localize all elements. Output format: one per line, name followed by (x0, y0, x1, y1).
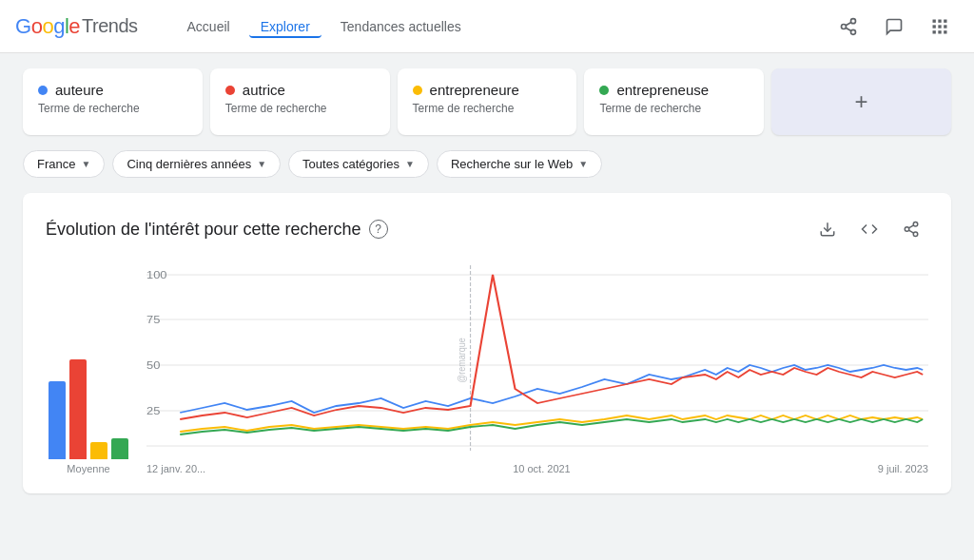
add-icon: + (855, 88, 868, 115)
x-label-end: 9 juil. 2023 (878, 463, 928, 474)
share-button[interactable] (829, 8, 867, 46)
bars (49, 345, 128, 459)
term-name-auteure: auteure (55, 82, 104, 98)
help-icon[interactable]: ? (369, 220, 388, 239)
chevron-down-icon: ▼ (81, 159, 90, 169)
logo-text: Google (15, 14, 80, 39)
svg-point-0 (851, 18, 856, 23)
bar-entrepreneure (90, 442, 107, 459)
filter-period[interactable]: Cinq dernières années ▼ (112, 150, 281, 178)
bar-auteure (49, 381, 66, 459)
term-type-autrice: Terme de recherche (225, 102, 375, 115)
main-content: auteure Terme de recherche autrice Terme… (0, 53, 974, 509)
svg-point-15 (913, 222, 918, 227)
nav-links: Accueil Explorer Tendances actuelles (176, 15, 807, 38)
svg-rect-11 (933, 30, 936, 33)
term-name-entrepreneuse: entrepreneuse (616, 82, 709, 98)
term-dot-entrepreneure (413, 86, 422, 95)
chart-section: Évolution de l'intérêt pour cette recher… (23, 193, 951, 493)
svg-point-2 (851, 29, 856, 34)
term-card-entrepreneuse: entrepreneuse Terme de recherche (584, 68, 764, 135)
x-axis-labels: 12 janv. 20... 10 oct. 2021 9 juil. 2023 (146, 463, 928, 474)
svg-rect-12 (938, 30, 941, 33)
bar-label-moyenne: Moyenne (67, 463, 109, 474)
term-type-auteure: Terme de recherche (38, 102, 187, 115)
x-label-start: 12 janv. 20... (146, 463, 205, 474)
svg-text:50: 50 (146, 359, 161, 372)
chart-actions (810, 212, 928, 246)
top-navigation: Google Trends Accueil Explorer Tendances… (0, 0, 974, 53)
filter-country-label: France (37, 157, 75, 171)
term-card-entrepreneure: entrepreneure Terme de recherche (398, 68, 577, 135)
term-type-entrepreneuse: Terme de recherche (599, 102, 749, 115)
nav-link-tendances[interactable]: Tendances actuelles (329, 15, 473, 38)
svg-rect-6 (938, 19, 941, 22)
svg-text:25: 25 (146, 405, 161, 417)
svg-rect-10 (944, 25, 946, 28)
embed-button[interactable] (852, 212, 886, 246)
filter-type[interactable]: Recherche sur le Web ▼ (437, 150, 602, 178)
filter-type-label: Recherche sur le Web (451, 157, 573, 171)
filter-category-label: Toutes catégories (302, 157, 399, 171)
svg-rect-7 (944, 19, 946, 22)
svg-text:@remarque: @remarque (456, 338, 467, 383)
chart-container: Moyenne 100 75 50 25 (46, 265, 928, 474)
bar-chart-average: Moyenne (46, 345, 131, 474)
svg-text:75: 75 (146, 314, 161, 326)
nav-link-accueil[interactable]: Accueil (176, 15, 242, 38)
term-name-entrepreneure: entrepreneure (430, 82, 519, 98)
chevron-down-icon: ▼ (578, 159, 588, 169)
svg-point-17 (913, 232, 918, 237)
term-name-autrice: autrice (243, 82, 285, 98)
filter-category[interactable]: Toutes catégories ▼ (288, 150, 429, 178)
apps-button[interactable] (921, 8, 959, 46)
bar-autrice (69, 359, 87, 459)
add-term-card[interactable]: + (771, 68, 951, 135)
svg-rect-13 (944, 30, 946, 33)
term-dot-autrice (225, 86, 235, 95)
svg-line-4 (846, 22, 851, 25)
chevron-down-icon: ▼ (405, 159, 415, 169)
svg-point-16 (905, 227, 909, 232)
svg-line-18 (908, 230, 913, 233)
term-card-autrice: autrice Terme de recherche (210, 68, 390, 135)
chart-header: Évolution de l'intérêt pour cette recher… (46, 212, 928, 246)
term-dot-entrepreneuse (599, 86, 609, 95)
term-type-entrepreneure: Terme de recherche (413, 102, 562, 115)
feedback-button[interactable] (875, 8, 913, 46)
chevron-down-icon: ▼ (257, 159, 266, 169)
line-chart-wrapper: 100 75 50 25 @remarque (146, 265, 928, 474)
svg-line-3 (846, 28, 851, 30)
search-terms-row: auteure Terme de recherche autrice Terme… (23, 68, 951, 135)
chart-title: Évolution de l'intérêt pour cette recher… (46, 220, 361, 240)
term-dot-auteure (38, 86, 48, 95)
svg-rect-8 (933, 25, 936, 28)
nav-link-explorer[interactable]: Explorer (249, 15, 321, 38)
svg-rect-9 (938, 25, 941, 28)
bar-entrepreneuse (111, 438, 128, 459)
svg-line-19 (908, 225, 913, 228)
x-label-mid: 10 oct. 2021 (513, 463, 571, 474)
svg-point-1 (842, 24, 847, 29)
download-button[interactable] (810, 212, 845, 246)
svg-text:100: 100 (146, 269, 167, 281)
filters-row: France ▼ Cinq dernières années ▼ Toutes … (23, 150, 951, 178)
filter-period-label: Cinq dernières années (127, 157, 251, 171)
term-card-auteure: auteure Terme de recherche (23, 68, 203, 135)
filter-country[interactable]: France ▼ (23, 150, 105, 178)
google-trends-logo: Google Trends (15, 14, 138, 39)
nav-icons (829, 8, 959, 46)
line-chart: 100 75 50 25 @remarque (146, 265, 928, 455)
logo-trends-text: Trends (82, 15, 138, 37)
share-chart-button[interactable] (894, 212, 928, 246)
svg-rect-5 (933, 19, 936, 22)
